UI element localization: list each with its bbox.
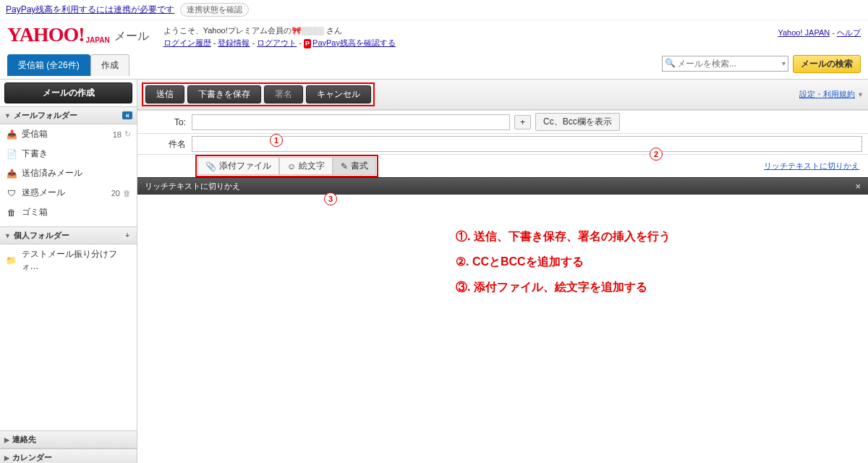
login-history-link[interactable]: ログイン履歴 (163, 38, 211, 47)
to-label: To: (137, 117, 192, 127)
draft-icon: 📄 (6, 149, 17, 159)
compose-body[interactable]: ①. 送信、下書き保存、署名の挿入を行う ②. CCとBCCを追加する ③. 添… (137, 202, 868, 329)
rich-text-switch-link[interactable]: リッチテキストに切りかえ (764, 161, 859, 171)
folder-icon: 📁 (6, 255, 17, 266)
spam-icon: 🛡 (6, 188, 17, 198)
sidebar-item-drafts[interactable]: 📄 下書き (0, 144, 137, 163)
option-group-3: 📎添付ファイル ☺絵文字 ✎書式 (195, 155, 378, 177)
signature-button[interactable]: 署名 (264, 85, 303, 103)
inbox-icon: 📥 (6, 129, 17, 140)
annotation-text-1: ①. 送信、下書き保存、署名の挿入を行う (456, 224, 839, 249)
to-input[interactable] (192, 114, 510, 130)
collapse-sidebar-icon[interactable]: « (122, 111, 132, 119)
sidebar-item-spam[interactable]: 🛡 迷惑メール 20🗑 (0, 183, 137, 203)
format-button[interactable]: ✎書式 (333, 157, 376, 175)
paypay-notice-link[interactable]: PayPay残高を利用するには連携が必要です (6, 4, 174, 16)
annotation-marker-3: 3 (324, 192, 337, 205)
format-icon: ✎ (341, 161, 348, 171)
search-input[interactable] (662, 56, 788, 72)
annotation-marker-1: 1 (270, 134, 283, 147)
sidebar-contacts[interactable]: ▶連絡先 (0, 430, 137, 449)
emoji-button[interactable]: ☺絵文字 (279, 157, 333, 175)
check-link-status-button[interactable]: 連携状態を確認 (180, 3, 249, 17)
save-draft-button[interactable]: 下書きを保存 (187, 85, 261, 103)
yahoo-logo[interactable]: YAHOO! JAPAN (7, 25, 110, 45)
sidebar-item-trash[interactable]: 🗑 ゴミ箱 (0, 203, 137, 222)
action-group-1: 送信 下書きを保存 署名 キャンセル (142, 82, 375, 106)
mail-folders-header[interactable]: ▼メールフォルダー « (0, 106, 137, 124)
greeting-block: ようこそ、Yahoo!プレミアム会員の🎀▒▒▒▒ さん ログイン履歴 - 登録情… (163, 25, 396, 48)
sidebar-item-sent[interactable]: 📤 送信済みメール (0, 163, 137, 183)
trash-icon: 🗑 (6, 208, 17, 218)
paperclip-icon: 📎 (205, 161, 216, 171)
compose-button[interactable]: メールの作成 (4, 82, 132, 103)
annotation-text-2: ②. CCとBCCを追加する (456, 249, 839, 274)
paypay-balance-link[interactable]: PayPay残高を確認する (312, 38, 396, 47)
emoji-icon: ☺ (287, 161, 296, 171)
mail-label: メール (114, 29, 149, 44)
empty-spam-icon[interactable]: 🗑 (123, 189, 131, 197)
refresh-icon[interactable]: ↻ (124, 129, 131, 139)
tab-compose[interactable]: 作成 (90, 54, 129, 76)
subject-label: 件名 (137, 138, 192, 150)
yahoo-japan-link[interactable]: Yahoo! JAPAN (778, 28, 830, 37)
attach-file-button[interactable]: 📎添付ファイル (197, 157, 279, 175)
sidebar-item-inbox[interactable]: 📥 受信箱 18↻ (0, 124, 137, 144)
sidebar-calendar[interactable]: ▶カレンダー (0, 449, 137, 463)
settings-link[interactable]: 設定・利用規約 (799, 90, 855, 98)
reg-info-link[interactable]: 登録情報 (218, 38, 250, 47)
send-button[interactable]: 送信 (145, 85, 184, 103)
subject-input[interactable] (192, 136, 862, 152)
cancel-button[interactable]: キャンセル (306, 85, 371, 103)
sent-icon: 📤 (6, 169, 17, 179)
close-icon[interactable]: × (855, 181, 861, 192)
annotation-text-3: ③. 添付ファイル、絵文字を追加する (456, 274, 839, 300)
search-icon: 🔍 (665, 58, 676, 68)
add-folder-icon[interactable]: + (122, 232, 132, 239)
paypay-icon: P (304, 39, 311, 49)
search-button[interactable]: メールの検索 (793, 55, 861, 73)
sidebar-item-personal-test[interactable]: 📁 テストメール振り分けフォ… (0, 245, 137, 276)
add-recipient-button[interactable]: + (514, 115, 531, 129)
cc-bcc-toggle-button[interactable]: Cc、Bcc欄を表示 (535, 113, 620, 131)
help-link[interactable]: ヘルプ (837, 28, 861, 37)
tab-inbox[interactable]: 受信箱 (全26件) (7, 54, 90, 76)
search-dropdown-icon[interactable]: ▾ (782, 59, 786, 67)
rich-text-bar-label: リッチテキストに切りかえ (145, 181, 240, 192)
annotation-marker-2: 2 (650, 148, 663, 161)
logout-link[interactable]: ログアウト (257, 38, 297, 47)
personal-folders-header[interactable]: ▼個人フォルダー + (0, 226, 137, 245)
